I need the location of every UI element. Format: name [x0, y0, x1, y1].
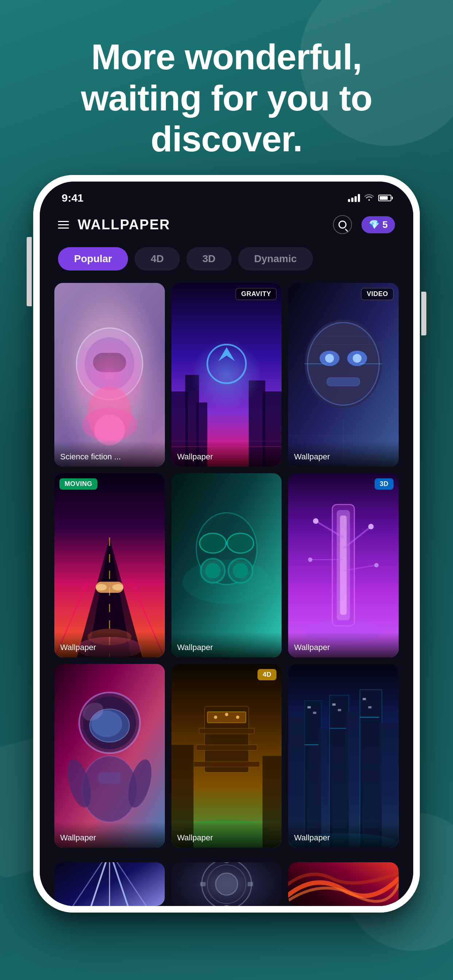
wallpaper-item-6[interactable]: 3D Wallpaper [288, 473, 399, 657]
wp-label-3: Wallpaper [288, 441, 399, 467]
status-time: 9:41 [62, 192, 83, 204]
svg-rect-77 [199, 728, 254, 733]
header-left: WALLPAPER [58, 217, 170, 232]
svg-rect-103 [363, 698, 366, 700]
svg-point-115 [215, 873, 238, 896]
svg-rect-100 [313, 712, 316, 714]
wallpaper-item-10[interactable] [54, 862, 165, 906]
svg-rect-99 [308, 706, 311, 708]
gem-icon: 💎 [369, 220, 380, 230]
svg-rect-3 [93, 353, 126, 372]
wp-bg-5 [171, 473, 282, 657]
svg-rect-117 [224, 905, 229, 906]
svg-rect-101 [332, 703, 335, 705]
wp-bg-6 [288, 473, 399, 657]
wp-label-4: Wallpaper [54, 632, 165, 657]
battery-fill [380, 196, 388, 200]
wallpaper-item-5[interactable]: Wallpaper [171, 473, 282, 657]
svg-point-1 [77, 328, 143, 400]
wp-badge-8: 4D [257, 669, 276, 680]
wp-bg-9 [288, 664, 399, 848]
wallpaper-grid: Science fiction ... [40, 279, 413, 862]
wallpaper-item-7[interactable]: Wallpaper [54, 664, 165, 848]
wp-bg-2 [171, 283, 282, 467]
phone-screen: 9:41 [40, 181, 413, 906]
app-title: WALLPAPER [78, 217, 170, 232]
svg-point-62 [368, 524, 374, 530]
svg-point-84 [225, 713, 228, 716]
wallpaper-item-2[interactable]: GRAVITY Wallpaper [171, 283, 282, 467]
wp-label-2: Wallpaper [171, 441, 282, 467]
search-icon [338, 221, 346, 229]
svg-point-85 [236, 716, 239, 719]
search-button[interactable] [333, 215, 352, 234]
svg-marker-14 [218, 347, 234, 361]
wp-badge-3: VIDEO [361, 288, 394, 300]
wp-bg-1 [54, 283, 165, 467]
wp-label-9: Wallpaper [288, 822, 399, 848]
wp-bg-4 [54, 473, 165, 657]
gems-count: 5 [383, 219, 388, 231]
wp-bg-8 [171, 664, 282, 848]
wp-label-7: Wallpaper [54, 822, 165, 848]
headline-text: More wonderful, waiting for you to disco… [29, 37, 424, 160]
wp-label-5: Wallpaper [171, 632, 282, 657]
svg-rect-102 [338, 709, 341, 711]
battery-icon [378, 195, 391, 201]
headline-section: More wonderful, waiting for you to disco… [0, 37, 453, 160]
gems-badge[interactable]: 💎 5 [362, 216, 395, 233]
wallpaper-item-8[interactable]: 4D Wallpaper [171, 664, 282, 848]
app-header: WALLPAPER 💎 5 [40, 208, 413, 241]
svg-rect-118 [200, 882, 205, 886]
category-tabs: Popular 4D 3D Dynamic [40, 241, 413, 279]
tab-popular[interactable]: Popular [58, 247, 128, 270]
svg-point-41 [112, 584, 123, 590]
wallpaper-item-12[interactable] [288, 862, 399, 906]
wallpaper-item-11[interactable] [171, 862, 282, 906]
signal-icon [348, 194, 360, 202]
svg-point-63 [308, 557, 313, 562]
tab-4d[interactable]: 4D [135, 247, 180, 270]
wp-bg-7 [54, 664, 165, 848]
tab-dynamic[interactable]: Dynamic [238, 247, 313, 270]
tab-3d[interactable]: 3D [187, 247, 231, 270]
phone-mockup: 9:41 [33, 175, 420, 913]
svg-point-2 [85, 337, 134, 390]
bottom-partial-row [40, 862, 413, 906]
wp-bg-3 [288, 283, 399, 467]
header-right: 💎 5 [333, 215, 395, 234]
svg-point-40 [96, 584, 107, 590]
wallpaper-item-4[interactable]: MOVING Wallpaper [54, 473, 165, 657]
svg-rect-26 [327, 378, 360, 386]
svg-rect-78 [196, 745, 257, 750]
menu-button[interactable] [58, 221, 69, 229]
phone-frame: 9:41 [33, 175, 420, 913]
svg-point-48 [199, 533, 226, 553]
svg-point-23 [353, 354, 362, 363]
svg-point-13 [207, 345, 246, 383]
wp-badge-6: 3D [375, 478, 394, 490]
svg-point-51 [182, 560, 271, 604]
wallpaper-item-1[interactable]: Science fiction ... [54, 283, 165, 467]
wp-label-8: Wallpaper [171, 822, 282, 848]
svg-rect-119 [247, 882, 253, 886]
svg-point-64 [374, 563, 379, 568]
svg-rect-116 [224, 862, 229, 863]
svg-rect-79 [193, 761, 260, 767]
svg-point-61 [313, 519, 318, 524]
svg-point-6 [94, 415, 125, 445]
status-icons [348, 193, 391, 203]
svg-rect-55 [340, 515, 347, 615]
wp-label-6: Wallpaper [288, 632, 399, 657]
wallpaper-item-9[interactable]: Wallpaper [288, 664, 399, 848]
status-bar: 9:41 [40, 181, 413, 208]
svg-rect-104 [368, 706, 372, 708]
wallpaper-item-3[interactable]: VIDEO Wallpaper [288, 283, 399, 467]
svg-rect-71 [99, 773, 121, 783]
wp-badge-2: GRAVITY [236, 288, 276, 300]
svg-point-22 [325, 354, 334, 363]
wp-badge-4: MOVING [59, 478, 97, 490]
svg-point-83 [214, 716, 217, 719]
wp-label-1: Science fiction ... [54, 441, 165, 467]
wifi-icon [364, 193, 374, 203]
